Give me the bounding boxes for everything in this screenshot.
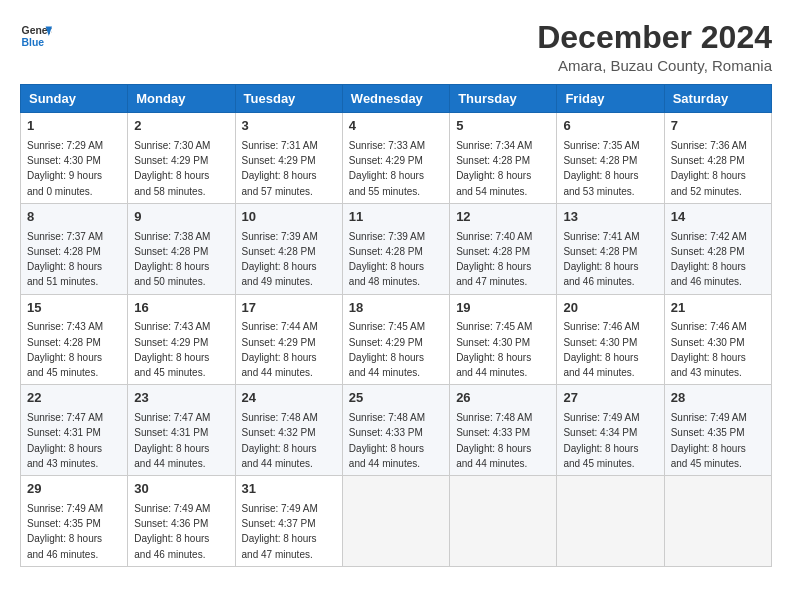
day-number: 1 — [27, 117, 121, 136]
day-number: 7 — [671, 117, 765, 136]
calendar-cell: 18Sunrise: 7:45 AMSunset: 4:29 PMDayligh… — [342, 294, 449, 385]
calendar-cell: 26Sunrise: 7:48 AMSunset: 4:33 PMDayligh… — [450, 385, 557, 476]
calendar-cell: 19Sunrise: 7:45 AMSunset: 4:30 PMDayligh… — [450, 294, 557, 385]
calendar-cell: 23Sunrise: 7:47 AMSunset: 4:31 PMDayligh… — [128, 385, 235, 476]
day-info: Sunrise: 7:31 AMSunset: 4:29 PMDaylight:… — [242, 140, 318, 197]
calendar-cell: 21Sunrise: 7:46 AMSunset: 4:30 PMDayligh… — [664, 294, 771, 385]
day-info: Sunrise: 7:46 AMSunset: 4:30 PMDaylight:… — [671, 321, 747, 378]
calendar-cell: 24Sunrise: 7:48 AMSunset: 4:32 PMDayligh… — [235, 385, 342, 476]
calendar-cell — [342, 476, 449, 567]
calendar-cell: 20Sunrise: 7:46 AMSunset: 4:30 PMDayligh… — [557, 294, 664, 385]
calendar-cell: 13Sunrise: 7:41 AMSunset: 4:28 PMDayligh… — [557, 203, 664, 294]
day-info: Sunrise: 7:36 AMSunset: 4:28 PMDaylight:… — [671, 140, 747, 197]
day-info: Sunrise: 7:42 AMSunset: 4:28 PMDaylight:… — [671, 231, 747, 288]
calendar-cell: 1Sunrise: 7:29 AMSunset: 4:30 PMDaylight… — [21, 113, 128, 204]
day-info: Sunrise: 7:44 AMSunset: 4:29 PMDaylight:… — [242, 321, 318, 378]
day-number: 14 — [671, 208, 765, 227]
logo: General Blue — [20, 20, 52, 52]
day-info: Sunrise: 7:39 AMSunset: 4:28 PMDaylight:… — [242, 231, 318, 288]
calendar-cell: 30Sunrise: 7:49 AMSunset: 4:36 PMDayligh… — [128, 476, 235, 567]
calendar-cell: 27Sunrise: 7:49 AMSunset: 4:34 PMDayligh… — [557, 385, 664, 476]
day-number: 28 — [671, 389, 765, 408]
day-info: Sunrise: 7:49 AMSunset: 4:35 PMDaylight:… — [671, 412, 747, 469]
day-info: Sunrise: 7:45 AMSunset: 4:30 PMDaylight:… — [456, 321, 532, 378]
svg-text:Blue: Blue — [22, 37, 45, 48]
day-info: Sunrise: 7:47 AMSunset: 4:31 PMDaylight:… — [134, 412, 210, 469]
calendar-cell: 17Sunrise: 7:44 AMSunset: 4:29 PMDayligh… — [235, 294, 342, 385]
day-info: Sunrise: 7:45 AMSunset: 4:29 PMDaylight:… — [349, 321, 425, 378]
day-number: 2 — [134, 117, 228, 136]
calendar-cell — [450, 476, 557, 567]
day-number: 29 — [27, 480, 121, 499]
calendar-cell: 5Sunrise: 7:34 AMSunset: 4:28 PMDaylight… — [450, 113, 557, 204]
day-number: 22 — [27, 389, 121, 408]
week-row-3: 15Sunrise: 7:43 AMSunset: 4:28 PMDayligh… — [21, 294, 772, 385]
weekday-header-row: SundayMondayTuesdayWednesdayThursdayFrid… — [21, 85, 772, 113]
day-info: Sunrise: 7:48 AMSunset: 4:33 PMDaylight:… — [349, 412, 425, 469]
page-header: General Blue December 2024 Amara, Buzau … — [20, 20, 772, 74]
day-number: 21 — [671, 299, 765, 318]
day-number: 25 — [349, 389, 443, 408]
calendar-cell: 7Sunrise: 7:36 AMSunset: 4:28 PMDaylight… — [664, 113, 771, 204]
calendar-cell: 3Sunrise: 7:31 AMSunset: 4:29 PMDaylight… — [235, 113, 342, 204]
day-info: Sunrise: 7:46 AMSunset: 4:30 PMDaylight:… — [563, 321, 639, 378]
day-number: 5 — [456, 117, 550, 136]
weekday-header-monday: Monday — [128, 85, 235, 113]
day-number: 23 — [134, 389, 228, 408]
day-number: 20 — [563, 299, 657, 318]
day-number: 31 — [242, 480, 336, 499]
calendar-cell: 22Sunrise: 7:47 AMSunset: 4:31 PMDayligh… — [21, 385, 128, 476]
calendar-cell: 16Sunrise: 7:43 AMSunset: 4:29 PMDayligh… — [128, 294, 235, 385]
day-info: Sunrise: 7:49 AMSunset: 4:37 PMDaylight:… — [242, 503, 318, 560]
calendar-cell: 10Sunrise: 7:39 AMSunset: 4:28 PMDayligh… — [235, 203, 342, 294]
day-number: 24 — [242, 389, 336, 408]
calendar-cell: 8Sunrise: 7:37 AMSunset: 4:28 PMDaylight… — [21, 203, 128, 294]
calendar-cell — [557, 476, 664, 567]
day-info: Sunrise: 7:38 AMSunset: 4:28 PMDaylight:… — [134, 231, 210, 288]
day-number: 13 — [563, 208, 657, 227]
calendar-cell — [664, 476, 771, 567]
day-info: Sunrise: 7:41 AMSunset: 4:28 PMDaylight:… — [563, 231, 639, 288]
week-row-2: 8Sunrise: 7:37 AMSunset: 4:28 PMDaylight… — [21, 203, 772, 294]
day-info: Sunrise: 7:48 AMSunset: 4:32 PMDaylight:… — [242, 412, 318, 469]
day-number: 9 — [134, 208, 228, 227]
day-number: 11 — [349, 208, 443, 227]
day-number: 27 — [563, 389, 657, 408]
day-info: Sunrise: 7:48 AMSunset: 4:33 PMDaylight:… — [456, 412, 532, 469]
day-number: 26 — [456, 389, 550, 408]
title-area: December 2024 Amara, Buzau County, Roman… — [537, 20, 772, 74]
calendar-cell: 29Sunrise: 7:49 AMSunset: 4:35 PMDayligh… — [21, 476, 128, 567]
day-info: Sunrise: 7:37 AMSunset: 4:28 PMDaylight:… — [27, 231, 103, 288]
day-info: Sunrise: 7:49 AMSunset: 4:34 PMDaylight:… — [563, 412, 639, 469]
weekday-header-tuesday: Tuesday — [235, 85, 342, 113]
day-info: Sunrise: 7:34 AMSunset: 4:28 PMDaylight:… — [456, 140, 532, 197]
calendar-cell: 15Sunrise: 7:43 AMSunset: 4:28 PMDayligh… — [21, 294, 128, 385]
day-number: 8 — [27, 208, 121, 227]
day-number: 18 — [349, 299, 443, 318]
day-info: Sunrise: 7:43 AMSunset: 4:29 PMDaylight:… — [134, 321, 210, 378]
day-number: 16 — [134, 299, 228, 318]
location-subtitle: Amara, Buzau County, Romania — [537, 57, 772, 74]
day-number: 10 — [242, 208, 336, 227]
day-info: Sunrise: 7:49 AMSunset: 4:36 PMDaylight:… — [134, 503, 210, 560]
weekday-header-sunday: Sunday — [21, 85, 128, 113]
day-number: 19 — [456, 299, 550, 318]
weekday-header-friday: Friday — [557, 85, 664, 113]
day-info: Sunrise: 7:40 AMSunset: 4:28 PMDaylight:… — [456, 231, 532, 288]
calendar-cell: 25Sunrise: 7:48 AMSunset: 4:33 PMDayligh… — [342, 385, 449, 476]
calendar-cell: 14Sunrise: 7:42 AMSunset: 4:28 PMDayligh… — [664, 203, 771, 294]
weekday-header-wednesday: Wednesday — [342, 85, 449, 113]
calendar-table: SundayMondayTuesdayWednesdayThursdayFrid… — [20, 84, 772, 567]
week-row-5: 29Sunrise: 7:49 AMSunset: 4:35 PMDayligh… — [21, 476, 772, 567]
day-info: Sunrise: 7:29 AMSunset: 4:30 PMDaylight:… — [27, 140, 103, 197]
day-info: Sunrise: 7:39 AMSunset: 4:28 PMDaylight:… — [349, 231, 425, 288]
logo-icon: General Blue — [20, 20, 52, 52]
day-info: Sunrise: 7:35 AMSunset: 4:28 PMDaylight:… — [563, 140, 639, 197]
day-number: 4 — [349, 117, 443, 136]
week-row-1: 1Sunrise: 7:29 AMSunset: 4:30 PMDaylight… — [21, 113, 772, 204]
calendar-cell: 31Sunrise: 7:49 AMSunset: 4:37 PMDayligh… — [235, 476, 342, 567]
calendar-cell: 6Sunrise: 7:35 AMSunset: 4:28 PMDaylight… — [557, 113, 664, 204]
day-info: Sunrise: 7:33 AMSunset: 4:29 PMDaylight:… — [349, 140, 425, 197]
day-info: Sunrise: 7:49 AMSunset: 4:35 PMDaylight:… — [27, 503, 103, 560]
day-number: 15 — [27, 299, 121, 318]
